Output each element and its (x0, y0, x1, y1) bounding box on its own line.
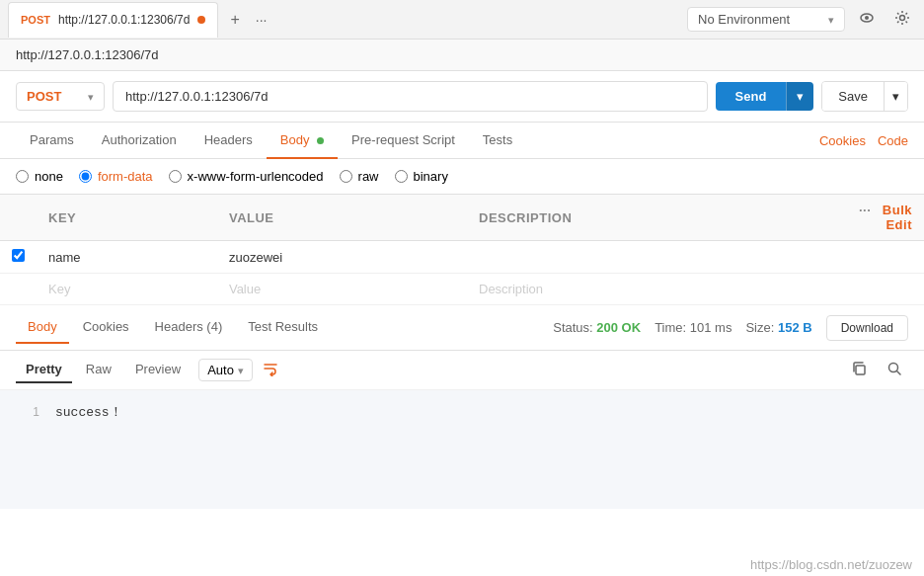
code-view: 1 success！ (0, 390, 924, 509)
size-label: Size: 152 B (745, 320, 811, 335)
breadcrumb-text: http://127.0.0.1:12306/7d (16, 47, 159, 62)
status-value: 200 OK (596, 320, 641, 335)
format-chevron-icon (238, 363, 244, 377)
download-button[interactable]: Download (826, 315, 908, 341)
url-input[interactable] (113, 81, 708, 112)
env-chevron-icon (828, 12, 834, 27)
wrap-icon (263, 361, 278, 376)
copy-icon-button[interactable] (845, 358, 873, 383)
th-value: VALUE (217, 195, 467, 241)
method-selector[interactable]: POST (16, 82, 105, 111)
time-label: Time: 101 ms (654, 320, 732, 335)
tab-tests[interactable]: Tests (469, 123, 526, 159)
empty-table-row: Key Value Description (0, 274, 924, 305)
format-selector[interactable]: Auto (198, 359, 253, 381)
resp-tab-body[interactable]: Body (16, 311, 69, 344)
send-dropdown-button[interactable]: ▾ (786, 82, 813, 111)
save-arrow-icon: ▾ (892, 89, 899, 104)
row-checkbox[interactable] (12, 249, 25, 262)
cookies-link[interactable]: Cookies (819, 133, 866, 148)
copy-icon (851, 361, 867, 376)
tab-params[interactable]: Params (16, 123, 88, 159)
key-placeholder: Key (48, 282, 70, 296)
fmt-tab-preview[interactable]: Preview (125, 357, 191, 383)
size-value: 152 B (778, 320, 812, 335)
svg-line-5 (897, 370, 901, 374)
fmt-tab-pretty[interactable]: Pretty (16, 357, 72, 383)
gear-icon (894, 10, 910, 26)
save-dropdown-button[interactable]: ▾ (884, 82, 907, 111)
active-tab[interactable]: POST http://127.0.0.1:12306/7d (8, 2, 218, 38)
value-cell[interactable]: zuozewei (217, 241, 467, 274)
eye-icon (859, 10, 875, 26)
request-tabs-right: Cookies Code (819, 133, 908, 148)
tab-pre-request[interactable]: Pre-request Script (338, 123, 469, 159)
send-button[interactable]: Send (716, 82, 787, 111)
th-actions: ··· Bulk Edit (845, 195, 924, 241)
code-link[interactable]: Code (878, 133, 908, 148)
send-button-group: Send ▾ (716, 82, 814, 111)
response-tabs: Body Cookies Headers (4) Test Results (16, 311, 330, 344)
body-active-dot (317, 137, 324, 144)
eye-icon-button[interactable] (853, 6, 881, 33)
th-description: DESCRIPTION (467, 195, 845, 241)
search-icon-button[interactable] (881, 358, 908, 383)
description-placeholder: Description (479, 282, 543, 296)
body-options: none form-data x-www-form-urlencoded raw… (0, 159, 924, 195)
method-label: POST (27, 89, 61, 104)
request-bar: POST Send ▾ Save ▾ (0, 71, 924, 123)
footer-link: https://blog.csdn.net/zuozew (750, 557, 912, 572)
resp-tab-cookies[interactable]: Cookies (71, 311, 141, 344)
fmt-tab-raw[interactable]: Raw (76, 357, 121, 383)
status-label: Status: 200 OK (553, 320, 641, 335)
tab-method: POST (21, 14, 50, 26)
svg-point-2 (900, 16, 905, 21)
params-table: KEY VALUE DESCRIPTION ··· Bulk Edit name… (0, 195, 924, 305)
settings-icon-button[interactable] (888, 6, 916, 33)
tab-bar-right: No Environment (687, 6, 916, 33)
save-button-group: Save ▾ (821, 81, 908, 112)
tab-url: http://127.0.0.1:12306/7d (58, 13, 190, 27)
search-icon (886, 361, 902, 376)
tab-modified-dot (197, 16, 205, 24)
response-meta: Status: 200 OK Time: 101 ms Size: 152 B … (553, 315, 908, 341)
th-key: KEY (37, 195, 217, 241)
send-arrow-icon: ▾ (797, 89, 804, 104)
footer: https://blog.csdn.net/zuozew (738, 553, 924, 576)
format-bar-right (845, 358, 908, 383)
tab-headers[interactable]: Headers (191, 123, 267, 159)
format-value: Auto (207, 363, 234, 377)
th-checkbox (0, 195, 37, 241)
tab-more-button[interactable]: ··· (248, 8, 275, 32)
tab-bar: POST http://127.0.0.1:12306/7d + ··· No … (0, 0, 924, 40)
method-chevron-icon (88, 89, 94, 104)
code-line-1: 1 success！ (0, 402, 924, 422)
wrap-icon-button[interactable] (257, 358, 284, 383)
tab-body[interactable]: Body (267, 123, 338, 159)
save-button[interactable]: Save (822, 82, 884, 111)
resp-tab-test-results[interactable]: Test Results (236, 311, 330, 344)
new-tab-button[interactable]: + (222, 7, 247, 33)
resp-tab-headers[interactable]: Headers (4) (143, 311, 235, 344)
radio-none[interactable]: none (16, 169, 63, 184)
environment-selector[interactable]: No Environment (687, 7, 845, 32)
radio-form-data[interactable]: form-data (79, 169, 153, 184)
radio-binary[interactable]: binary (395, 169, 448, 184)
key-cell[interactable]: name (37, 241, 217, 274)
description-cell[interactable] (467, 241, 845, 274)
time-value: 101 ms (690, 320, 732, 335)
radio-urlencoded[interactable]: x-www-form-urlencoded (169, 169, 324, 184)
env-label: No Environment (698, 12, 790, 27)
line-content: success！ (55, 403, 122, 421)
format-bar: Pretty Raw Preview Auto (0, 351, 924, 390)
table-row: name zuozewei (0, 241, 924, 274)
bulk-edit-link[interactable]: Bulk Edit (883, 203, 912, 232)
more-actions-icon[interactable]: ··· (859, 203, 871, 217)
response-header: Body Cookies Headers (4) Test Results St… (0, 305, 924, 351)
radio-raw[interactable]: raw (340, 169, 379, 184)
tab-authorization[interactable]: Authorization (88, 123, 191, 159)
line-number: 1 (16, 405, 39, 419)
value-placeholder: Value (229, 282, 261, 296)
svg-point-1 (865, 16, 869, 20)
url-breadcrumb: http://127.0.0.1:12306/7d (0, 40, 924, 71)
